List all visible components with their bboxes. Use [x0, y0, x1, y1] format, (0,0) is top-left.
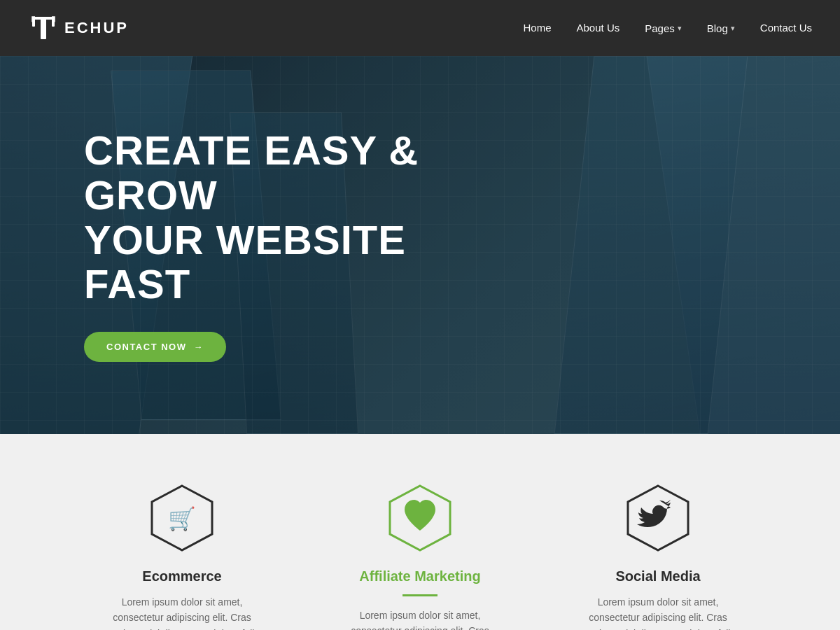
features-section: 🛒 Ecommerce Lorem ipsum dolor sit amet, … — [0, 434, 840, 630]
hero-section: CREATE EASY & GROW YOUR WEBSITE FAST CON… — [0, 56, 840, 434]
affiliate-description: Lorem ipsum dolor sit amet, consectetur … — [336, 608, 504, 630]
ecommerce-description: Lorem ipsum dolor sit amet, consectetur … — [98, 594, 266, 630]
nav-item-blog[interactable]: Blog ▾ — [707, 22, 735, 34]
ecommerce-title: Ecommerce — [142, 568, 221, 584]
nav-link-about[interactable]: About Us — [577, 22, 620, 34]
ecommerce-hex-icon: 🛒 — [147, 483, 217, 553]
affiliate-underline — [402, 594, 438, 596]
nav-link-pages[interactable]: Pages ▾ — [645, 22, 682, 34]
arrow-icon: → — [193, 342, 204, 352]
nav-item-about[interactable]: About Us — [577, 22, 620, 34]
social-description: Lorem ipsum dolor sit amet, consectetur … — [574, 594, 742, 630]
social-icon-container — [623, 483, 693, 553]
hero-title: CREATE EASY & GROW YOUR WEBSITE FAST — [84, 128, 490, 307]
feature-card-affiliate: Affiliate Marketing Lorem ipsum dolor si… — [301, 483, 539, 630]
social-title: Social Media — [615, 568, 700, 584]
contact-now-button[interactable]: CONTACT NOW → — [84, 332, 226, 362]
affiliate-title: Affiliate Marketing — [359, 568, 480, 584]
logo-icon — [28, 13, 59, 43]
nav-link-contact[interactable]: Contact Us — [760, 22, 812, 34]
pages-chevron-icon: ▾ — [678, 24, 682, 33]
logo[interactable]: ECHUP — [28, 13, 129, 43]
affiliate-hex-icon — [385, 483, 455, 553]
logo-text: ECHUP — [64, 19, 129, 37]
nav-link-blog[interactable]: Blog ▾ — [707, 22, 735, 34]
nav-item-home[interactable]: Home — [524, 22, 552, 34]
nav-item-pages[interactable]: Pages ▾ — [645, 22, 682, 34]
hero-content: CREATE EASY & GROW YOUR WEBSITE FAST CON… — [0, 128, 490, 362]
nav-item-contact[interactable]: Contact Us — [760, 22, 812, 34]
svg-rect-1 — [41, 17, 46, 39]
affiliate-icon-container — [385, 483, 455, 553]
navbar: ECHUP Home About Us Pages ▾ Blog ▾ Conta… — [0, 0, 840, 56]
social-hex-icon — [623, 483, 693, 553]
ecommerce-icon-container: 🛒 — [147, 483, 217, 553]
feature-card-social: Social Media Lorem ipsum dolor sit amet,… — [539, 483, 777, 630]
svg-text:🛒: 🛒 — [168, 505, 196, 532]
nav-links: Home About Us Pages ▾ Blog ▾ Contact Us — [524, 22, 813, 34]
nav-link-home[interactable]: Home — [524, 22, 552, 34]
feature-card-ecommerce: 🛒 Ecommerce Lorem ipsum dolor sit amet, … — [63, 483, 301, 630]
blog-chevron-icon: ▾ — [731, 24, 735, 33]
